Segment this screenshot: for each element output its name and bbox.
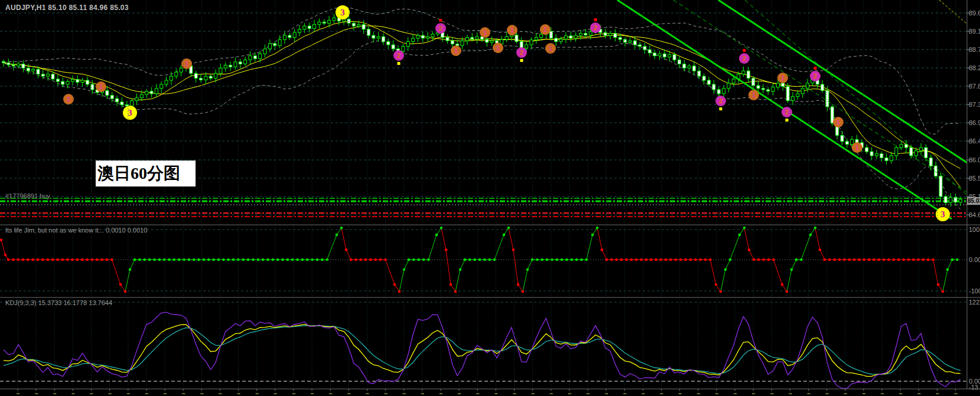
time-label-fragment (403, 393, 406, 394)
time-label-fragment (17, 393, 19, 394)
kdj-axis-label: 122.2 (969, 299, 980, 306)
step-dot (493, 258, 496, 261)
momentum-pane[interactable] (0, 227, 967, 293)
step-dot (488, 258, 491, 261)
step-dot (531, 258, 534, 261)
step-dot (917, 258, 920, 261)
bollinger-upper (4, 7, 961, 134)
svg-text:1: 1 (836, 119, 840, 126)
svg-text:1: 1 (510, 27, 514, 34)
candle-body (752, 78, 755, 86)
step-dot (417, 258, 420, 261)
time-label-fragment (715, 393, 718, 394)
chart-annotation-box[interactable]: 澳日60分图 (96, 161, 196, 186)
step-dot (22, 258, 25, 261)
candle-body (629, 41, 631, 42)
time-label-fragment (127, 393, 130, 394)
kdj-pane[interactable] (0, 302, 967, 388)
candle-body (357, 24, 360, 26)
price-axis-label: 86.45 (969, 138, 980, 145)
step-dot (100, 258, 103, 261)
candle-body (668, 54, 671, 57)
chart-canvas[interactable]: 111111111111122222222333 (0, 0, 980, 396)
candle-body (145, 91, 148, 95)
candle-body (224, 65, 227, 68)
candle-body (476, 37, 478, 39)
step-dot (468, 258, 471, 261)
candle-body (426, 37, 429, 38)
step-dot (887, 258, 890, 261)
candle-body (106, 90, 109, 95)
step-dot (814, 227, 817, 230)
step-dot (207, 258, 210, 261)
kdj-axis-label: -13.76 (969, 384, 980, 391)
step-dot (340, 227, 343, 230)
price-axis-label: 88.70 (969, 46, 980, 53)
step-dot (47, 258, 50, 261)
candle-body (589, 32, 592, 35)
candle-body (722, 89, 725, 94)
momentum-indicator-label: Its life Jim, but not as we know it... 0… (5, 227, 147, 234)
time-label-fragment (35, 393, 38, 394)
step-dot (645, 258, 648, 261)
step-dot (709, 258, 712, 261)
candle-body (708, 80, 711, 84)
step-dot (580, 258, 583, 261)
candle-body (274, 44, 276, 45)
candle-body (268, 44, 271, 49)
candle-body (214, 73, 217, 78)
candle-body (263, 49, 266, 54)
candle-body (776, 83, 779, 87)
step-dot (694, 258, 697, 261)
step-dot (729, 258, 732, 261)
kdj-k-line (4, 324, 961, 376)
candle-body (559, 39, 562, 41)
time-label-fragment (329, 393, 332, 394)
candle-body (653, 53, 656, 56)
step-dot (878, 258, 881, 261)
candle-body (421, 35, 424, 38)
step-dot (272, 258, 275, 261)
candle-body (446, 37, 449, 41)
step-dot (163, 258, 166, 261)
main-price-pane[interactable]: 111111111111122222222333 (0, 0, 980, 221)
step-dot (665, 258, 668, 261)
time-label-fragment (770, 393, 773, 394)
trend-line[interactable] (673, 0, 967, 192)
step-dot (555, 258, 558, 261)
step-dot (217, 258, 220, 261)
candle-body (924, 148, 927, 158)
candle-body (121, 102, 123, 105)
symbol-ohlc-header: AUDJPY,H1 85.10 85.11 84.96 85.03 (5, 4, 129, 12)
step-dot (872, 258, 875, 261)
time-label-fragment (200, 393, 203, 394)
step-dot (699, 258, 702, 261)
step-dot (630, 258, 633, 261)
step-dot (359, 258, 362, 261)
step-dot (883, 258, 885, 261)
step-dot (148, 258, 151, 261)
candle-body (609, 34, 612, 35)
chart-annotation-text: 澳日60分图 (97, 164, 180, 182)
candle-body (890, 156, 893, 161)
step-dot (541, 258, 543, 261)
candle-body (22, 64, 25, 68)
step-dot (748, 248, 751, 251)
candle-body (180, 68, 183, 72)
candle-body (41, 74, 44, 76)
step-dot (153, 258, 156, 261)
time-label-fragment (421, 393, 424, 394)
candle-body (639, 45, 642, 47)
step-dot (615, 258, 618, 261)
step-dot (350, 258, 353, 261)
candle-body (27, 68, 30, 71)
step-dot (56, 258, 59, 261)
step-dot (640, 258, 643, 261)
step-dot (311, 258, 314, 261)
buy-square (520, 59, 523, 62)
step-dot (620, 258, 623, 261)
step-dot (450, 283, 452, 286)
step-dot (17, 258, 19, 261)
step-dot (286, 258, 289, 261)
time-label-fragment (936, 393, 939, 394)
